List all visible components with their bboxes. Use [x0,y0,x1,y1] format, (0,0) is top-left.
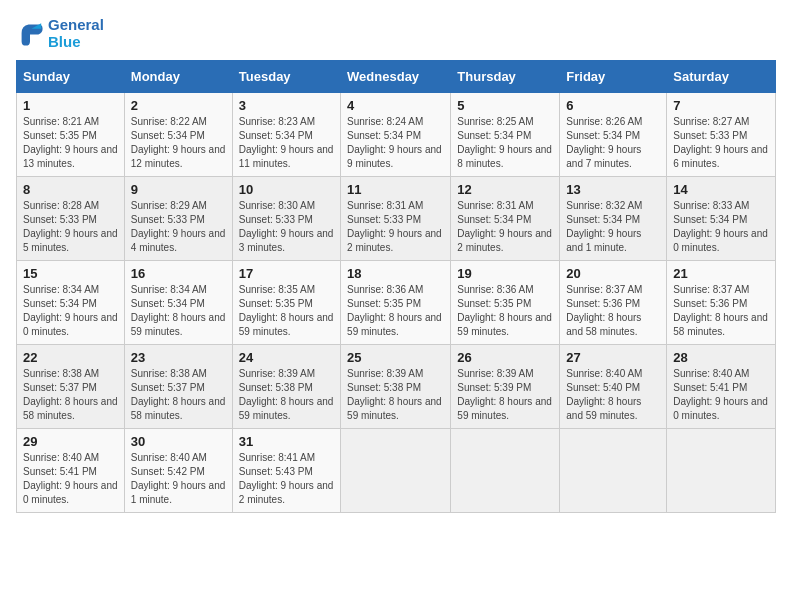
calendar-cell: 23Sunrise: 8:38 AM Sunset: 5:37 PM Dayli… [124,345,232,429]
day-number: 4 [347,98,444,113]
calendar-cell: 27Sunrise: 8:40 AM Sunset: 5:40 PM Dayli… [560,345,667,429]
calendar-cell: 2Sunrise: 8:22 AM Sunset: 5:34 PM Daylig… [124,93,232,177]
calendar-cell: 6Sunrise: 8:26 AM Sunset: 5:34 PM Daylig… [560,93,667,177]
day-number: 7 [673,98,769,113]
day-info: Sunrise: 8:38 AM Sunset: 5:37 PM Dayligh… [131,367,226,423]
day-number: 13 [566,182,660,197]
day-number: 26 [457,350,553,365]
logo-icon [16,19,44,47]
day-info: Sunrise: 8:39 AM Sunset: 5:39 PM Dayligh… [457,367,553,423]
calendar-cell: 21Sunrise: 8:37 AM Sunset: 5:36 PM Dayli… [667,261,776,345]
day-number: 1 [23,98,118,113]
day-number: 25 [347,350,444,365]
day-info: Sunrise: 8:25 AM Sunset: 5:34 PM Dayligh… [457,115,553,171]
calendar-cell: 14Sunrise: 8:33 AM Sunset: 5:34 PM Dayli… [667,177,776,261]
calendar-cell: 3Sunrise: 8:23 AM Sunset: 5:34 PM Daylig… [232,93,340,177]
day-info: Sunrise: 8:28 AM Sunset: 5:33 PM Dayligh… [23,199,118,255]
calendar-cell [667,429,776,513]
calendar-cell: 7Sunrise: 8:27 AM Sunset: 5:33 PM Daylig… [667,93,776,177]
day-header-wednesday: Wednesday [341,61,451,93]
calendar-cell: 25Sunrise: 8:39 AM Sunset: 5:38 PM Dayli… [341,345,451,429]
day-number: 27 [566,350,660,365]
calendar-week-1: 1Sunrise: 8:21 AM Sunset: 5:35 PM Daylig… [17,93,776,177]
calendar-cell: 28Sunrise: 8:40 AM Sunset: 5:41 PM Dayli… [667,345,776,429]
day-info: Sunrise: 8:31 AM Sunset: 5:33 PM Dayligh… [347,199,444,255]
day-number: 24 [239,350,334,365]
day-info: Sunrise: 8:40 AM Sunset: 5:41 PM Dayligh… [673,367,769,423]
calendar-cell: 20Sunrise: 8:37 AM Sunset: 5:36 PM Dayli… [560,261,667,345]
day-info: Sunrise: 8:40 AM Sunset: 5:42 PM Dayligh… [131,451,226,507]
day-number: 31 [239,434,334,449]
day-info: Sunrise: 8:31 AM Sunset: 5:34 PM Dayligh… [457,199,553,255]
day-number: 23 [131,350,226,365]
calendar-cell: 11Sunrise: 8:31 AM Sunset: 5:33 PM Dayli… [341,177,451,261]
calendar-cell: 4Sunrise: 8:24 AM Sunset: 5:34 PM Daylig… [341,93,451,177]
calendar-cell [341,429,451,513]
calendar-week-5: 29Sunrise: 8:40 AM Sunset: 5:41 PM Dayli… [17,429,776,513]
day-number: 17 [239,266,334,281]
day-info: Sunrise: 8:26 AM Sunset: 5:34 PM Dayligh… [566,115,660,171]
calendar-table: SundayMondayTuesdayWednesdayThursdayFrid… [16,60,776,513]
day-info: Sunrise: 8:40 AM Sunset: 5:40 PM Dayligh… [566,367,660,423]
day-info: Sunrise: 8:27 AM Sunset: 5:33 PM Dayligh… [673,115,769,171]
day-info: Sunrise: 8:36 AM Sunset: 5:35 PM Dayligh… [347,283,444,339]
day-number: 6 [566,98,660,113]
calendar-cell: 31Sunrise: 8:41 AM Sunset: 5:43 PM Dayli… [232,429,340,513]
day-number: 11 [347,182,444,197]
day-number: 18 [347,266,444,281]
calendar-cell: 10Sunrise: 8:30 AM Sunset: 5:33 PM Dayli… [232,177,340,261]
calendar-week-4: 22Sunrise: 8:38 AM Sunset: 5:37 PM Dayli… [17,345,776,429]
calendar-cell: 12Sunrise: 8:31 AM Sunset: 5:34 PM Dayli… [451,177,560,261]
day-header-sunday: Sunday [17,61,125,93]
calendar-cell: 24Sunrise: 8:39 AM Sunset: 5:38 PM Dayli… [232,345,340,429]
day-info: Sunrise: 8:39 AM Sunset: 5:38 PM Dayligh… [239,367,334,423]
page-header: General Blue [16,16,776,50]
logo: General Blue [16,16,104,50]
day-number: 21 [673,266,769,281]
logo-text: General Blue [48,16,104,50]
calendar-cell: 9Sunrise: 8:29 AM Sunset: 5:33 PM Daylig… [124,177,232,261]
day-number: 30 [131,434,226,449]
calendar-cell [451,429,560,513]
calendar-cell: 29Sunrise: 8:40 AM Sunset: 5:41 PM Dayli… [17,429,125,513]
day-number: 8 [23,182,118,197]
day-info: Sunrise: 8:23 AM Sunset: 5:34 PM Dayligh… [239,115,334,171]
day-number: 12 [457,182,553,197]
day-number: 28 [673,350,769,365]
day-info: Sunrise: 8:36 AM Sunset: 5:35 PM Dayligh… [457,283,553,339]
day-info: Sunrise: 8:40 AM Sunset: 5:41 PM Dayligh… [23,451,118,507]
day-header-friday: Friday [560,61,667,93]
calendar-cell: 22Sunrise: 8:38 AM Sunset: 5:37 PM Dayli… [17,345,125,429]
calendar-cell: 17Sunrise: 8:35 AM Sunset: 5:35 PM Dayli… [232,261,340,345]
day-info: Sunrise: 8:35 AM Sunset: 5:35 PM Dayligh… [239,283,334,339]
day-header-monday: Monday [124,61,232,93]
calendar-cell: 5Sunrise: 8:25 AM Sunset: 5:34 PM Daylig… [451,93,560,177]
day-info: Sunrise: 8:24 AM Sunset: 5:34 PM Dayligh… [347,115,444,171]
day-header-thursday: Thursday [451,61,560,93]
day-number: 9 [131,182,226,197]
calendar-cell: 8Sunrise: 8:28 AM Sunset: 5:33 PM Daylig… [17,177,125,261]
calendar-cell: 1Sunrise: 8:21 AM Sunset: 5:35 PM Daylig… [17,93,125,177]
day-info: Sunrise: 8:41 AM Sunset: 5:43 PM Dayligh… [239,451,334,507]
calendar-week-3: 15Sunrise: 8:34 AM Sunset: 5:34 PM Dayli… [17,261,776,345]
day-info: Sunrise: 8:39 AM Sunset: 5:38 PM Dayligh… [347,367,444,423]
day-info: Sunrise: 8:29 AM Sunset: 5:33 PM Dayligh… [131,199,226,255]
calendar-cell: 19Sunrise: 8:36 AM Sunset: 5:35 PM Dayli… [451,261,560,345]
day-number: 2 [131,98,226,113]
day-info: Sunrise: 8:34 AM Sunset: 5:34 PM Dayligh… [23,283,118,339]
day-info: Sunrise: 8:34 AM Sunset: 5:34 PM Dayligh… [131,283,226,339]
calendar-cell: 26Sunrise: 8:39 AM Sunset: 5:39 PM Dayli… [451,345,560,429]
day-number: 20 [566,266,660,281]
day-info: Sunrise: 8:33 AM Sunset: 5:34 PM Dayligh… [673,199,769,255]
day-info: Sunrise: 8:30 AM Sunset: 5:33 PM Dayligh… [239,199,334,255]
calendar-cell: 18Sunrise: 8:36 AM Sunset: 5:35 PM Dayli… [341,261,451,345]
calendar-week-2: 8Sunrise: 8:28 AM Sunset: 5:33 PM Daylig… [17,177,776,261]
day-number: 10 [239,182,334,197]
day-info: Sunrise: 8:37 AM Sunset: 5:36 PM Dayligh… [566,283,660,339]
day-info: Sunrise: 8:22 AM Sunset: 5:34 PM Dayligh… [131,115,226,171]
day-header-tuesday: Tuesday [232,61,340,93]
day-info: Sunrise: 8:21 AM Sunset: 5:35 PM Dayligh… [23,115,118,171]
day-number: 29 [23,434,118,449]
day-info: Sunrise: 8:38 AM Sunset: 5:37 PM Dayligh… [23,367,118,423]
calendar-cell: 15Sunrise: 8:34 AM Sunset: 5:34 PM Dayli… [17,261,125,345]
